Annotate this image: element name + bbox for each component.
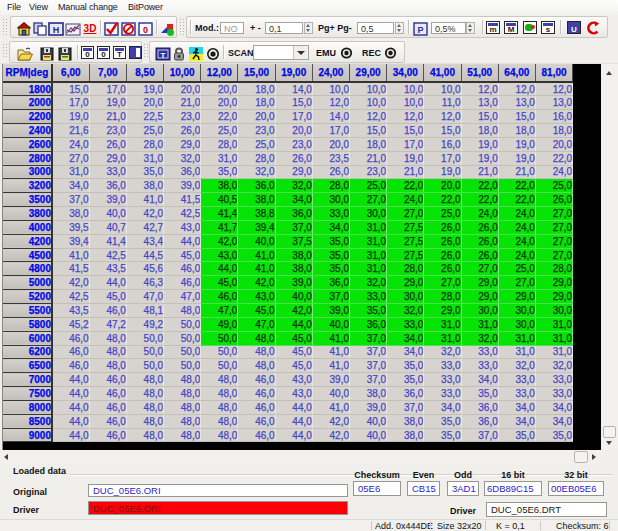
svg-text:P: P: [417, 25, 423, 35]
svg-text:T: T: [161, 51, 166, 60]
svg-text:H: H: [53, 25, 60, 35]
svg-text:0: 0: [143, 25, 148, 35]
